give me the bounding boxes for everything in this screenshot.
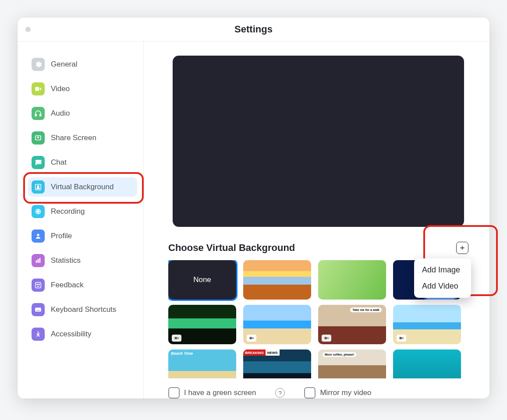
chat-icon bbox=[32, 156, 45, 169]
background-thumb-beach2[interactable] bbox=[393, 305, 461, 344]
add-background-button[interactable] bbox=[456, 242, 468, 254]
svg-rect-15 bbox=[35, 308, 41, 312]
background-thumb-beach1[interactable] bbox=[243, 305, 311, 344]
background-thumb-bridge[interactable] bbox=[243, 260, 311, 300]
background-thumb-none[interactable]: None bbox=[168, 260, 236, 300]
sidebar-item-label: General bbox=[51, 60, 77, 69]
svg-point-13 bbox=[37, 284, 38, 285]
background-thumb-aurora[interactable] bbox=[168, 305, 236, 344]
sidebar-item-share[interactable]: Share Screen bbox=[28, 128, 137, 148]
sidebar-item-label: Keyboard Shortcuts bbox=[51, 305, 116, 314]
sidebar-item-shortcuts[interactable]: Keyboard Shortcuts bbox=[28, 300, 137, 319]
svg-point-16 bbox=[38, 332, 39, 333]
speech-bubble: Take me for a walk bbox=[350, 307, 382, 312]
settings-sidebar: GeneralVideoAudioShare ScreenChatVirtual… bbox=[18, 42, 144, 399]
background-thumb-beachtime[interactable]: Beach Time bbox=[168, 349, 236, 378]
svg-point-5 bbox=[37, 186, 39, 187]
sidebar-item-video[interactable]: Video bbox=[28, 79, 137, 99]
video-icon bbox=[32, 82, 45, 95]
svg-rect-17 bbox=[175, 337, 177, 339]
bars-icon bbox=[32, 254, 45, 267]
gear-icon bbox=[32, 58, 45, 71]
background-thumb-news[interactable]: BREAKINGNEWS bbox=[243, 349, 311, 378]
plus-icon bbox=[459, 244, 465, 251]
video-badge-icon bbox=[322, 335, 331, 342]
sidebar-item-label: Profile bbox=[51, 232, 72, 240]
video-badge-icon bbox=[172, 335, 181, 342]
background-thumb-grass[interactable] bbox=[318, 260, 386, 300]
sidebar-item-audio[interactable]: Audio bbox=[28, 104, 137, 123]
sidebar-item-stats[interactable]: Statistics bbox=[28, 251, 137, 270]
svg-rect-0 bbox=[35, 87, 39, 91]
sidebar-item-label: Accessibility bbox=[51, 330, 92, 339]
sidebar-item-label: Virtual Background bbox=[51, 183, 113, 191]
sidebar-item-feedback[interactable]: Feedback bbox=[28, 275, 137, 295]
svg-rect-11 bbox=[39, 258, 41, 263]
sidebar-item-label: Statistics bbox=[51, 256, 81, 265]
svg-point-8 bbox=[37, 234, 39, 236]
green-screen-label: I have a green screen bbox=[184, 388, 256, 397]
bottom-options: I have a green screen ? Mirror my video bbox=[168, 378, 468, 399]
svg-rect-2 bbox=[40, 114, 41, 116]
svg-rect-12 bbox=[35, 282, 41, 288]
svg-point-7 bbox=[37, 211, 39, 213]
add-background-menu: Add Image Add Video bbox=[414, 258, 471, 298]
record-icon bbox=[32, 205, 45, 218]
video-preview bbox=[173, 56, 464, 227]
speech-bubble: More coffee, please! bbox=[323, 352, 356, 357]
svg-rect-18 bbox=[250, 337, 252, 339]
smile-icon bbox=[32, 279, 45, 292]
window-title: Settings bbox=[234, 24, 273, 35]
main-content: Choose Virtual Background Add Image Add … bbox=[144, 42, 489, 399]
share-icon bbox=[32, 131, 45, 145]
green-screen-checkbox[interactable]: I have a green screen bbox=[168, 387, 256, 399]
headphones-icon bbox=[32, 107, 45, 120]
settings-window: Settings GeneralVideoAudioShare ScreenCh… bbox=[18, 18, 489, 399]
sidebar-item-label: Share Screen bbox=[51, 134, 96, 142]
add-video-item[interactable]: Add Video bbox=[414, 278, 471, 294]
section-title: Choose Virtual Background bbox=[168, 242, 295, 254]
sidebar-item-profile[interactable]: Profile bbox=[28, 226, 137, 246]
sidebar-item-recording[interactable]: Recording bbox=[28, 202, 137, 221]
sidebar-item-a11y[interactable]: Accessibility bbox=[28, 325, 137, 344]
mirror-video-label: Mirror my video bbox=[320, 388, 371, 397]
video-badge-icon bbox=[247, 335, 256, 342]
sidebar-item-general[interactable]: General bbox=[28, 55, 137, 74]
sidebar-item-label: Video bbox=[51, 85, 70, 93]
sidebar-item-chat[interactable]: Chat bbox=[28, 153, 137, 172]
video-badge-icon bbox=[397, 335, 406, 342]
svg-rect-9 bbox=[36, 260, 37, 263]
mirror-video-checkbox[interactable]: Mirror my video bbox=[304, 387, 371, 399]
svg-rect-10 bbox=[38, 259, 39, 263]
titlebar: Settings bbox=[18, 18, 489, 42]
sidebar-item-label: Feedback bbox=[51, 281, 84, 289]
green-screen-help-icon[interactable]: ? bbox=[275, 388, 285, 398]
background-thumb-dog[interactable]: Take me for a walk bbox=[318, 305, 386, 344]
svg-point-14 bbox=[39, 284, 39, 285]
svg-rect-19 bbox=[325, 337, 327, 339]
traffic-light-close[interactable] bbox=[25, 27, 31, 32]
sidebar-item-label: Recording bbox=[51, 207, 85, 216]
person-box-icon bbox=[32, 180, 45, 194]
person-icon bbox=[32, 229, 45, 243]
sidebar-item-label: Audio bbox=[51, 109, 70, 118]
add-image-item[interactable]: Add Image bbox=[414, 262, 471, 278]
news-banner: BREAKINGNEWS bbox=[243, 349, 280, 356]
sidebar-item-label: Chat bbox=[51, 158, 67, 167]
accessibility-icon bbox=[32, 328, 45, 341]
thumb-caption: Beach Time bbox=[171, 351, 193, 356]
sidebar-item-vbg[interactable]: Virtual Background bbox=[28, 177, 137, 197]
background-thumb-cat[interactable] bbox=[393, 349, 461, 378]
svg-rect-20 bbox=[400, 337, 402, 339]
svg-rect-1 bbox=[35, 114, 36, 116]
thumb-none-label: None bbox=[193, 275, 211, 284]
background-thumb-cafe[interactable]: More coffee, please! bbox=[318, 349, 386, 378]
keyboard-icon bbox=[32, 303, 45, 316]
